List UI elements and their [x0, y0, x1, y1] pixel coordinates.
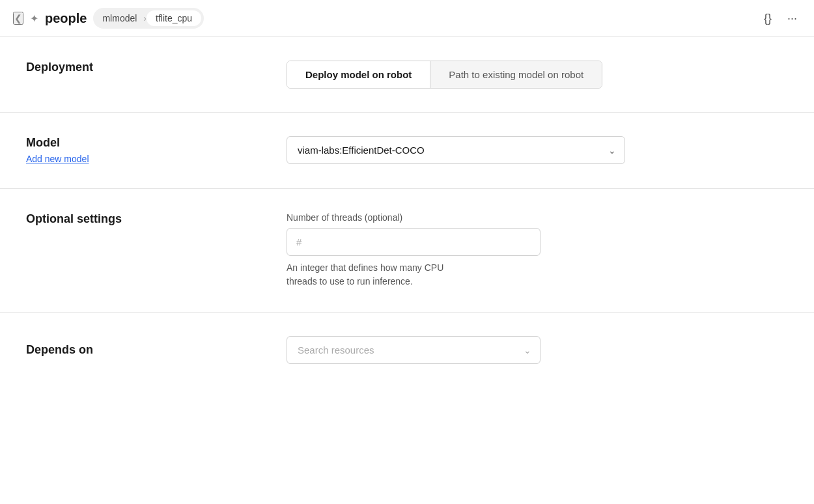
code-view-button[interactable]: {}	[760, 9, 776, 28]
collapse-button[interactable]: ❮	[13, 12, 23, 25]
depends-on-label: Depends on	[26, 343, 260, 357]
star-icon[interactable]: ✦	[30, 12, 38, 25]
model-label: Model	[26, 136, 260, 150]
optional-settings-content: Number of threads (optional) An integer …	[287, 212, 788, 288]
deployment-row: Deployment Deploy model on robot Path to…	[26, 61, 788, 89]
depends-on-label-col: Depends on	[26, 343, 260, 357]
model-section: Model Add new model viam-labs:EfficientD…	[0, 113, 814, 189]
breadcrumb-mlmodel[interactable]: mlmodel	[96, 10, 143, 26]
add-new-model-link[interactable]: Add new model	[26, 154, 89, 164]
search-resources-select[interactable]: Search resources	[287, 336, 540, 364]
threads-hint: An integer that defines how many CPU thr…	[287, 261, 469, 288]
breadcrumb: mlmodel › tflite_cpu	[93, 8, 204, 29]
model-label-col: Model Add new model	[26, 136, 260, 165]
more-options-button[interactable]: ···	[783, 9, 801, 28]
optional-settings-label: Optional settings	[26, 212, 260, 226]
depends-on-row: Depends on Search resources ⌄	[26, 336, 788, 364]
optional-settings-label-col: Optional settings	[26, 212, 260, 226]
deployment-label-col: Deployment	[26, 61, 260, 74]
header: ❮ ✦ people mlmodel › tflite_cpu {} ···	[0, 0, 814, 37]
deployment-label: Deployment	[26, 61, 260, 74]
tab-path-existing[interactable]: Path to existing model on robot	[430, 61, 602, 88]
search-resources-wrapper: Search resources ⌄	[287, 336, 540, 364]
threads-field-label: Number of threads (optional)	[287, 212, 788, 223]
deployment-toggle: Deploy model on robot Path to existing m…	[287, 61, 602, 89]
optional-settings-section: Optional settings Number of threads (opt…	[0, 189, 814, 313]
optional-settings-row: Optional settings Number of threads (opt…	[26, 212, 788, 288]
chevron-left-icon: ❮	[14, 13, 22, 23]
model-select[interactable]: viam-labs:EfficientDet-COCO	[287, 136, 625, 164]
depends-on-content: Search resources ⌄	[287, 336, 788, 364]
depends-on-section: Depends on Search resources ⌄	[0, 313, 814, 387]
breadcrumb-tflite-cpu[interactable]: tflite_cpu	[147, 10, 201, 26]
model-select-wrapper: viam-labs:EfficientDet-COCO ⌄	[287, 136, 625, 164]
more-icon: ···	[787, 12, 797, 25]
page-title: people	[45, 11, 87, 26]
tab-deploy-model[interactable]: Deploy model on robot	[287, 61, 430, 88]
model-row: Model Add new model viam-labs:EfficientD…	[26, 136, 788, 165]
header-right: {} ···	[760, 9, 801, 28]
deployment-content: Deploy model on robot Path to existing m…	[287, 61, 788, 89]
header-left: ❮ ✦ people mlmodel › tflite_cpu	[13, 8, 204, 29]
model-content: viam-labs:EfficientDet-COCO ⌄	[287, 136, 788, 164]
code-icon: {}	[764, 12, 772, 25]
threads-input[interactable]	[287, 228, 540, 256]
deployment-section: Deployment Deploy model on robot Path to…	[0, 37, 814, 113]
main-content: Deployment Deploy model on robot Path to…	[0, 37, 814, 387]
